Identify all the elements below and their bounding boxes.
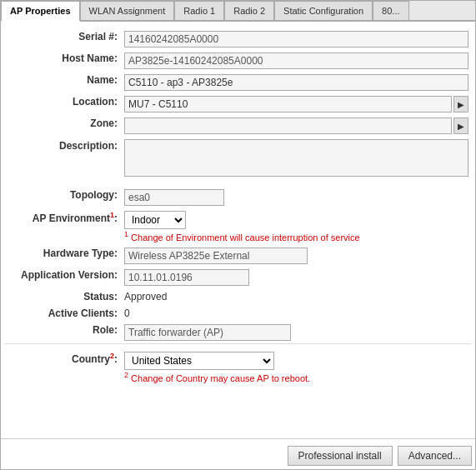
location-arrow-button[interactable]: ▶	[453, 96, 468, 112]
topology-value-cell	[121, 187, 472, 208]
main-container: AP Properties WLAN Assignment Radio 1 Ra…	[0, 0, 476, 470]
hostname-value-cell	[121, 50, 472, 72]
ap-env-warning: 1 Change of Environment will cause inter…	[124, 230, 468, 242]
country-label: Country2:	[4, 349, 121, 386]
tab-static-config[interactable]: Static Configuration	[274, 1, 373, 20]
description-textarea[interactable]	[124, 139, 468, 177]
app-version-input	[124, 269, 249, 286]
name-row: Name:	[4, 72, 472, 93]
description-row: Description:	[4, 137, 472, 182]
country-value-cell: United States Canada Other 2 Change of C…	[121, 349, 472, 386]
hardware-input	[124, 248, 308, 264]
ap-env-row: AP Environment1: Indoor Outdoor 1 Change…	[4, 208, 472, 245]
hostname-input	[124, 52, 468, 69]
location-label: Location:	[4, 93, 121, 115]
serial-row: Serial #:	[4, 28, 472, 50]
topology-row: Topology:	[4, 187, 472, 208]
tab-more[interactable]: 80...	[373, 1, 408, 20]
location-input-row: ▶	[124, 96, 468, 112]
location-input[interactable]	[124, 96, 452, 112]
zone-input[interactable]	[124, 118, 452, 134]
name-input[interactable]	[124, 74, 468, 91]
tab-ap-properties[interactable]: AP Properties	[1, 1, 80, 22]
name-label: Name:	[4, 72, 121, 93]
status-value-cell: Approved	[121, 288, 472, 305]
hardware-label: Hardware Type:	[4, 245, 121, 267]
status-label: Status:	[4, 288, 121, 305]
role-row: Role:	[4, 322, 472, 344]
tab-wlan-assignment[interactable]: WLAN Assignment	[80, 1, 175, 20]
country-select[interactable]: United States Canada Other	[124, 352, 274, 370]
role-input	[124, 324, 291, 341]
active-clients-value-cell: 0	[121, 305, 472, 322]
status-value: Approved	[124, 291, 167, 302]
location-row: Location: ▶	[4, 93, 472, 115]
description-label: Description:	[4, 137, 121, 182]
ap-env-ref: 1	[110, 211, 114, 219]
role-label: Role:	[4, 322, 121, 344]
zone-row: Zone: ▶	[4, 115, 472, 137]
name-value-cell	[121, 72, 472, 93]
tab-radio1[interactable]: Radio 1	[174, 1, 224, 20]
zone-input-row: ▶	[124, 118, 468, 134]
ap-env-select[interactable]: Indoor Outdoor	[124, 211, 186, 229]
hostname-label: Host Name:	[4, 50, 121, 72]
zone-value-cell: ▶	[121, 115, 472, 137]
professional-install-button[interactable]: Professional install	[288, 446, 393, 466]
serial-label: Serial #:	[4, 28, 121, 50]
zone-arrow-button[interactable]: ▶	[453, 118, 468, 134]
serial-input	[124, 31, 468, 48]
topology-input	[124, 189, 224, 206]
action-buttons-bar: Professional install Advanced...	[1, 438, 475, 469]
app-version-label: Application Version:	[4, 267, 121, 288]
hardware-value-cell	[121, 245, 472, 267]
ap-env-value-cell: Indoor Outdoor 1 Change of Environment w…	[121, 208, 472, 245]
description-value-cell	[121, 137, 472, 182]
country-row: Country2: United States Canada Other 2 C…	[4, 349, 472, 386]
active-clients-label: Active Clients:	[4, 305, 121, 322]
country-warning: 2 Change of Country may cause AP to rebo…	[124, 371, 468, 383]
country-ref: 2	[110, 352, 114, 360]
role-value-cell	[121, 322, 472, 344]
hardware-row: Hardware Type:	[4, 245, 472, 267]
advanced-button[interactable]: Advanced...	[398, 446, 472, 466]
status-row: Status: Approved	[4, 288, 472, 305]
form-content: Serial #: Host Name: Name:	[1, 22, 475, 435]
app-version-value-cell	[121, 267, 472, 288]
zone-label: Zone:	[4, 115, 121, 137]
serial-value-cell	[121, 28, 472, 50]
tab-bar: AP Properties WLAN Assignment Radio 1 Ra…	[1, 1, 475, 22]
properties-table: Serial #: Host Name: Name:	[4, 28, 472, 385]
topology-label: Topology:	[4, 187, 121, 208]
hostname-row: Host Name:	[4, 50, 472, 72]
tab-radio2[interactable]: Radio 2	[224, 1, 274, 20]
location-value-cell: ▶	[121, 93, 472, 115]
active-clients-value: 0	[124, 308, 130, 319]
active-clients-row: Active Clients: 0	[4, 305, 472, 322]
ap-env-label: AP Environment1:	[4, 208, 121, 245]
app-version-row: Application Version:	[4, 267, 472, 288]
